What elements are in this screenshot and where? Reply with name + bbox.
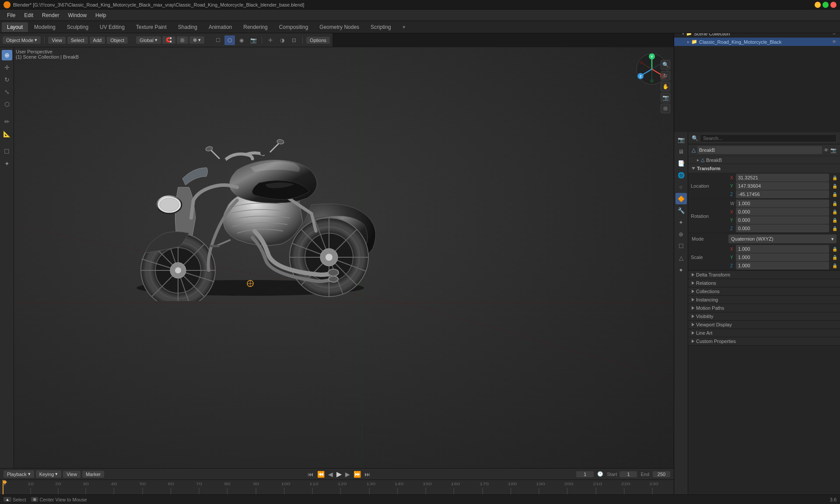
start-frame-input[interactable]: [620, 471, 637, 477]
jump-end-button[interactable]: ⏭: [364, 471, 371, 478]
add-menu[interactable]: Add: [90, 37, 105, 44]
tab-rendering[interactable]: Rendering: [238, 22, 273, 32]
options-button[interactable]: Options: [306, 37, 330, 44]
end-frame-input[interactable]: [653, 471, 670, 477]
prev-keyframe-button[interactable]: ⏪: [316, 471, 326, 478]
tool-measure[interactable]: 📐: [2, 129, 12, 139]
menu-file[interactable]: File: [4, 11, 19, 19]
instancing-header[interactable]: Instancing: [688, 296, 840, 304]
rot-x-lock[interactable]: 🔒: [832, 210, 837, 214]
menu-help[interactable]: Help: [92, 11, 110, 19]
tool-annotate[interactable]: ✏: [2, 116, 12, 127]
timeline-ruler[interactable]: 1 10 20 30 40 50 60 70 80 90 1: [0, 480, 674, 495]
playback-menu[interactable]: Playback▾: [4, 470, 34, 478]
menu-render[interactable]: Render: [38, 11, 63, 19]
viewport-wireframe[interactable]: ☐: [213, 35, 223, 45]
rotation-z-field[interactable]: 0.000: [736, 224, 829, 232]
select-menu[interactable]: Select: [67, 37, 88, 44]
rotation-mode-dropdown[interactable]: Quaternion (WXYZ) ▾: [728, 234, 836, 243]
jump-start-button[interactable]: ⏮: [307, 471, 315, 478]
tab-sculpting[interactable]: Sculpting: [62, 22, 94, 32]
minimize-button[interactable]: [815, 2, 821, 8]
transform-header[interactable]: Transform: [688, 164, 840, 173]
current-frame-input[interactable]: [576, 471, 594, 477]
mode-dropdown[interactable]: Object Mode ▾: [3, 36, 41, 44]
proportional-edit[interactable]: ◎: [177, 36, 188, 44]
props-icon-particles[interactable]: ✦: [676, 217, 687, 228]
location-x-field[interactable]: 31.32521: [736, 174, 829, 182]
view-menu[interactable]: View: [48, 37, 66, 44]
scale-z-field[interactable]: 1.000: [736, 262, 829, 270]
scale-y-field[interactable]: 1.000: [736, 253, 829, 261]
props-icon-material[interactable]: ●: [676, 264, 687, 275]
viewport-shading-global[interactable]: Global▾: [136, 36, 161, 44]
tab-uv-editing[interactable]: UV Editing: [94, 22, 130, 32]
menu-edit[interactable]: Edit: [21, 11, 37, 19]
coll-item-vis[interactable]: 👁: [832, 39, 836, 44]
props-icon-render[interactable]: 📷: [676, 134, 687, 145]
view-timeline-menu[interactable]: View: [63, 471, 80, 478]
props-icon-output[interactable]: 🖥: [676, 146, 687, 157]
object-name-input[interactable]: [697, 146, 822, 154]
props-icon-data[interactable]: △: [676, 252, 687, 263]
nav-zoom[interactable]: 🔍: [661, 60, 670, 70]
custom-properties-header[interactable]: Custom Properties: [688, 337, 840, 345]
rot-z-lock[interactable]: 🔒: [832, 226, 837, 231]
tool-rotate[interactable]: ↻: [2, 74, 12, 85]
viewport-display-header[interactable]: Viewport Display: [688, 321, 840, 329]
tab-animation[interactable]: Animation: [203, 22, 237, 32]
scale-z-lock[interactable]: 🔒: [832, 263, 837, 268]
scale-x-field[interactable]: 1.000: [736, 245, 829, 253]
tab-compositing[interactable]: Compositing: [274, 22, 314, 32]
maximize-button[interactable]: [822, 2, 829, 8]
rot-w-lock[interactable]: 🔒: [832, 201, 837, 206]
scale-x-lock[interactable]: 🔒: [832, 247, 837, 252]
loc-x-lock[interactable]: 🔒: [832, 175, 837, 180]
close-button[interactable]: [830, 2, 836, 8]
step-forward-button[interactable]: ▶: [344, 471, 351, 478]
loc-z-lock[interactable]: 🔒: [832, 192, 837, 197]
props-icon-constraint[interactable]: ☐: [676, 240, 687, 252]
tool-move[interactable]: ✛: [2, 62, 12, 73]
tab-shading[interactable]: Shading: [173, 22, 203, 32]
collection-item-motorcycle[interactable]: ▸ 📁 Classic_Road_King_Motorcycle_Black 👁: [674, 38, 840, 46]
nav-camera[interactable]: 📷: [661, 93, 670, 102]
visibility-header[interactable]: Visibility: [688, 312, 840, 320]
tab-layout[interactable]: Layout: [2, 22, 28, 32]
tool-scale[interactable]: ⤡: [2, 87, 12, 97]
scale-y-lock[interactable]: 🔒: [832, 255, 837, 260]
relations-header[interactable]: Relations: [688, 279, 840, 287]
tab-modeling[interactable]: Modeling: [29, 22, 61, 32]
object-render-vis-icon[interactable]: 📷: [830, 147, 836, 153]
tab-add[interactable]: +: [397, 22, 411, 32]
tab-texture-paint[interactable]: Texture Paint: [131, 22, 172, 32]
next-keyframe-button[interactable]: ⏩: [353, 471, 362, 478]
tool-add-object[interactable]: ✦: [2, 158, 12, 169]
nav-rotate[interactable]: ↻: [661, 71, 670, 80]
tab-geometry-nodes[interactable]: Geometry Nodes: [314, 22, 364, 32]
snap-button[interactable]: 🧲: [162, 36, 175, 44]
viewport-material[interactable]: ◉: [236, 35, 247, 45]
props-icon-modifier[interactable]: 🔧: [676, 205, 687, 216]
delta-transform-header[interactable]: Delta Transform: [688, 271, 840, 279]
rot-y-lock[interactable]: 🔒: [832, 218, 837, 223]
transform-orientations[interactable]: ⊕ ▾: [189, 36, 204, 44]
props-search-input[interactable]: [700, 134, 836, 142]
tool-cursor[interactable]: ⊕: [2, 50, 12, 60]
object-menu[interactable]: Object: [107, 37, 128, 44]
step-back-button[interactable]: ◀: [327, 471, 334, 478]
rotation-w-field[interactable]: 1.000: [736, 200, 829, 207]
show-gizmos[interactable]: ✛: [265, 35, 276, 45]
keying-menu[interactable]: Keying▾: [36, 470, 62, 478]
rotation-y-field[interactable]: 0.000: [736, 216, 829, 224]
xray-toggle[interactable]: ⊡: [289, 35, 299, 45]
props-icon-view-layer[interactable]: 📑: [676, 158, 687, 169]
viewport-solid[interactable]: ⬡: [224, 35, 235, 45]
tool-transform[interactable]: ⬡: [2, 99, 12, 109]
viewport-rendered[interactable]: 📷: [248, 35, 259, 45]
viewport-3d[interactable]: User Perspective (1) Scene Collection | …: [14, 47, 674, 468]
props-icon-world[interactable]: ○: [676, 181, 687, 192]
nav-pan[interactable]: ✋: [661, 82, 670, 91]
line-art-header[interactable]: Line Art: [688, 329, 840, 337]
tool-add-cube[interactable]: ☐: [2, 146, 12, 157]
